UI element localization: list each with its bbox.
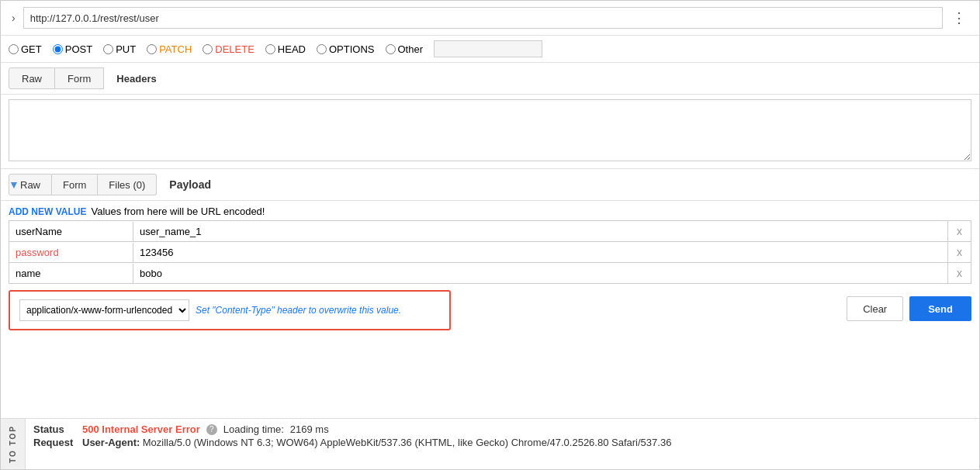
request-value: User-Agent: Mozilla/5.0 (Windows NT 6.3;…	[82, 437, 671, 448]
table-row: userName user_name_1 x	[9, 220, 971, 242]
to-top-button[interactable]: TO TOP	[1, 419, 26, 469]
content-type-select[interactable]: application/x-www-form-urlencoded multip…	[19, 299, 189, 321]
method-options[interactable]: OPTIONS	[317, 43, 375, 55]
clear-button[interactable]: Clear	[847, 296, 903, 321]
form-rows: userName user_name_1 x password 123456 x…	[1, 220, 979, 284]
send-button[interactable]: Send	[909, 296, 971, 321]
payload-tab-form[interactable]: Form	[52, 174, 98, 195]
request-body-textarea[interactable]	[9, 99, 971, 161]
method-post[interactable]: POST	[53, 43, 92, 55]
other-method-input[interactable]	[434, 40, 542, 57]
payload-tab-files[interactable]: Files (0)	[98, 174, 157, 195]
content-type-box: application/x-www-form-urlencoded multip…	[9, 290, 451, 330]
add-value-row: ADD NEW VALUE Values from here will be U…	[1, 201, 979, 220]
request-label: Request	[33, 437, 76, 448]
payload-tabs: Raw Form Files (0) Payload	[1, 169, 979, 201]
table-row: name bobo x	[9, 263, 971, 284]
status-label: Status	[33, 423, 76, 435]
loading-label: Loading time:	[223, 423, 284, 435]
tab-form[interactable]: Form	[55, 67, 104, 89]
remove-password-button[interactable]: x	[947, 242, 971, 262]
top-bar: › ⋮	[1, 1, 979, 36]
method-delete[interactable]: DELETE	[203, 43, 255, 55]
val-cell-password: 123456	[133, 243, 947, 262]
method-put[interactable]: PUT	[103, 43, 136, 55]
remove-username-button[interactable]: x	[947, 221, 971, 241]
key-cell-password: password	[9, 243, 133, 262]
tab-headers[interactable]: Headers	[104, 73, 168, 85]
status-bar: TO TOP Status 500 Internal Server Error …	[1, 418, 979, 469]
remove-name-button[interactable]: x	[947, 263, 971, 283]
chevron-button[interactable]: ›	[9, 10, 19, 26]
add-new-value-link[interactable]: ADD NEW VALUE	[9, 206, 86, 217]
method-other[interactable]: Other	[386, 43, 424, 55]
url-input[interactable]	[23, 7, 943, 29]
url-encoded-note: Values from here will be URL encoded!	[91, 206, 265, 217]
status-content: Status 500 Internal Server Error ? Loadi…	[26, 419, 979, 469]
table-row: password 123456 x	[9, 242, 971, 263]
request-row: Request User-Agent: Mozilla/5.0 (Windows…	[33, 437, 971, 448]
key-cell-name: name	[9, 264, 133, 283]
loading-time: 2169 ms	[290, 423, 329, 435]
method-bar: GET POST PUT PATCH DELETE HEAD OPTIONS O…	[1, 36, 979, 63]
payload-tab-payload[interactable]: Payload	[157, 178, 223, 191]
collapse-arrow[interactable]: ▼	[9, 178, 19, 191]
method-get[interactable]: GET	[9, 43, 42, 55]
tab-raw[interactable]: Raw	[9, 67, 55, 89]
to-top-label: TO TOP	[9, 425, 17, 463]
info-icon[interactable]: ?	[206, 424, 217, 435]
method-patch[interactable]: PATCH	[147, 43, 192, 55]
key-cell-username: userName	[9, 222, 133, 241]
content-type-note: Set "Content-Type" header to overwrite t…	[196, 305, 401, 316]
actions-row: Clear Send	[847, 296, 971, 321]
request-tabs: Raw Form Headers	[1, 63, 979, 95]
method-head[interactable]: HEAD	[265, 43, 306, 55]
status-code: 500 Internal Server Error	[82, 423, 200, 435]
status-row: Status 500 Internal Server Error ? Loadi…	[33, 423, 971, 435]
more-button[interactable]: ⋮	[947, 8, 971, 28]
val-cell-name: bobo	[133, 264, 947, 283]
request-agent: Mozilla/5.0 (Windows NT 6.3; WOW64) Appl…	[143, 437, 672, 448]
request-body-section	[1, 95, 979, 169]
val-cell-username: user_name_1	[133, 222, 947, 241]
